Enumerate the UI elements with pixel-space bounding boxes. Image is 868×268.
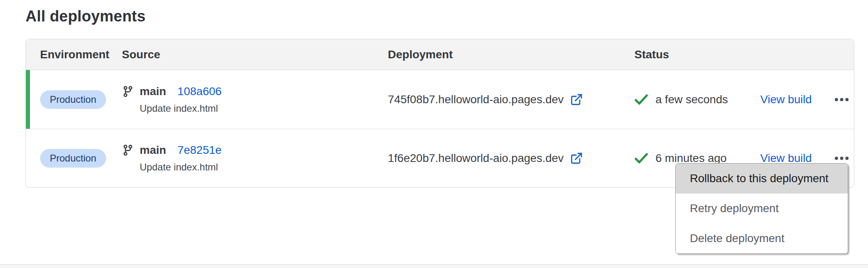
menu-item-rollback[interactable]: Rollback to this deployment	[676, 164, 848, 194]
commit-link[interactable]: 7e8251e	[177, 144, 221, 157]
check-icon	[634, 153, 648, 164]
check-icon	[634, 94, 648, 105]
deployment-context-menu: Rollback to this deployment Retry deploy…	[675, 163, 848, 254]
menu-item-delete[interactable]: Delete deployment	[676, 223, 848, 253]
header-environment: Environment	[40, 48, 122, 61]
page-title: All deployments	[26, 6, 868, 26]
view-build-link[interactable]: View build	[760, 152, 812, 164]
commit-message: Update index.html	[140, 103, 388, 114]
active-deployment-bar	[26, 70, 30, 129]
page-bottom-divider	[0, 264, 868, 268]
header-source: Source	[122, 48, 388, 61]
git-branch-icon	[122, 144, 134, 156]
row-actions-ellipsis-icon[interactable]	[832, 153, 854, 164]
row-actions-ellipsis-icon[interactable]	[832, 94, 854, 105]
deployment-url: 745f08b7.helloworld-aio.pages.dev	[388, 93, 564, 106]
commit-message: Update index.html	[140, 162, 388, 173]
commit-link[interactable]: 108a606	[177, 85, 221, 98]
deployment-row: Production main 108a606 Update index.htm…	[26, 70, 854, 129]
menu-item-retry[interactable]: Retry deployment	[676, 194, 848, 223]
view-build-link[interactable]: View build	[760, 93, 812, 106]
table-header-row: Environment Source Deployment Status	[26, 39, 854, 70]
external-link-icon[interactable]	[570, 93, 583, 106]
deployment-url: 1f6e20b7.helloworld-aio.pages.dev	[388, 152, 564, 165]
deployments-page: All deployments Environment Source Deplo…	[0, 0, 868, 268]
environment-badge: Production	[40, 149, 106, 168]
status-time: a few seconds	[655, 93, 728, 106]
git-branch-icon	[122, 85, 134, 98]
environment-badge: Production	[40, 90, 106, 109]
branch-name: main	[140, 85, 166, 98]
branch-name: main	[140, 144, 166, 157]
header-status: Status	[634, 48, 760, 61]
header-deployment: Deployment	[388, 48, 634, 61]
external-link-icon[interactable]	[570, 152, 583, 165]
